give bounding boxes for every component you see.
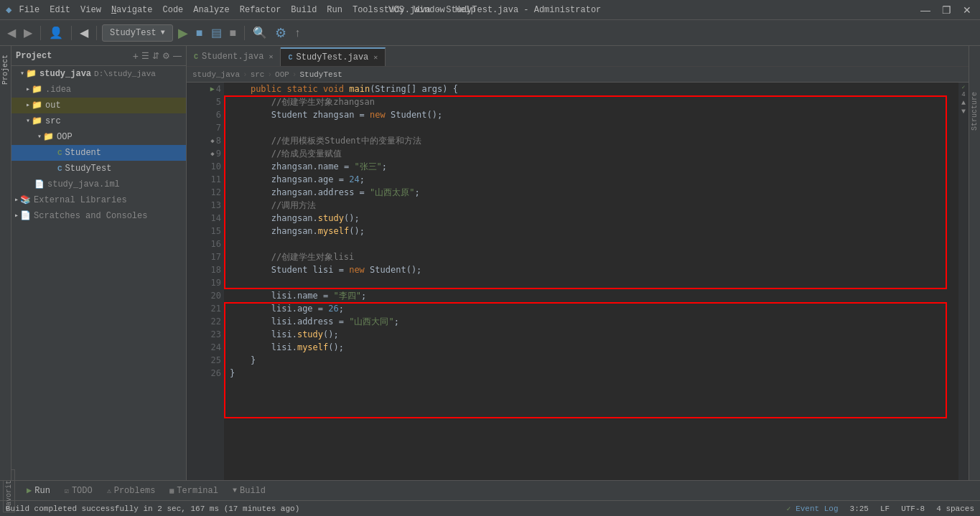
- build-icon: ▼: [233, 487, 237, 494]
- bottom-tab-todo[interactable]: ☑ TODO: [59, 484, 98, 497]
- event-log-link[interactable]: ✓ Event Log: [787, 505, 839, 513]
- breadcrumb-item-src[interactable]: src: [251, 70, 265, 79]
- sidebar-settings-button[interactable]: ⚙: [162, 51, 170, 61]
- code-line-14: zhangsan.study();: [230, 212, 953, 225]
- line-num-10: 10: [211, 160, 221, 173]
- sidebar-add-button[interactable]: +: [133, 50, 139, 62]
- tree-item-src[interactable]: ▾ 📁 src: [11, 113, 186, 129]
- folder-yellow-icon: 📁: [32, 98, 42, 113]
- code-line-26: }: [230, 367, 953, 380]
- expand-icon: ▸: [14, 193, 19, 207]
- sidebar-sort-button[interactable]: ⇵: [152, 51, 159, 61]
- user-icon[interactable]: 👤: [46, 24, 66, 41]
- menu-tools[interactable]: Tools: [348, 4, 383, 17]
- status-bar: Build completed successfully in 2 sec, 1…: [0, 500, 980, 516]
- line-num-9: 9: [216, 147, 221, 160]
- scratch-icon: 📄: [20, 209, 31, 223]
- close-button[interactable]: ✕: [960, 4, 974, 16]
- bottom-tab-build[interactable]: ▼ Build: [227, 484, 271, 497]
- student-file-icon: C: [194, 53, 198, 61]
- project-vert-tab[interactable]: Project: [0, 46, 11, 480]
- breadcrumb-item-studytest[interactable]: StudyTest: [299, 70, 342, 79]
- project-tree: ▾ 📁 study_java D:\study_java ▸ 📁 .idea ▸…: [11, 66, 186, 480]
- menu-view[interactable]: View: [76, 4, 106, 17]
- terminal-icon: ▩: [169, 487, 174, 495]
- coverage-button[interactable]: ▤: [208, 24, 225, 41]
- build-button[interactable]: ■: [193, 25, 206, 41]
- menu-edit[interactable]: Edit: [45, 4, 75, 17]
- search-everywhere-button[interactable]: 🔍: [250, 24, 270, 41]
- bottom-tab-run[interactable]: ▶ Run: [21, 484, 56, 497]
- indent[interactable]: 4 spaces: [936, 505, 974, 513]
- sidebar: Project + ☰ ⇵ ⚙ — ▾ 📁 study_java D:\stud…: [11, 46, 187, 480]
- code-line-6: Student zhangsan = new Student();: [230, 108, 953, 121]
- code-editor[interactable]: ▶ 4 5 6 7 ◆ 8 ◆ 9 10 11 12 13 14: [187, 83, 969, 480]
- menu-navigate[interactable]: Navigate: [107, 4, 157, 17]
- code-line-16: [230, 238, 953, 250]
- sidebar-list-button[interactable]: ☰: [141, 51, 149, 61]
- forward-button[interactable]: ▶: [21, 24, 35, 41]
- expand-icon: ▾: [20, 67, 24, 81]
- tree-item-out[interactable]: ▸ 📁 out: [11, 98, 186, 113]
- code-line-8: //使用模板类Student中的变量和方法: [230, 134, 953, 147]
- sidebar-header: Project + ☰ ⇵ ⚙ —: [11, 46, 186, 66]
- tab-studytest-close-icon[interactable]: ✕: [373, 53, 378, 62]
- tree-item-oop[interactable]: ▾ 📁 OOP: [11, 129, 186, 145]
- tree-item-studytest[interactable]: C StudyTest: [11, 161, 186, 177]
- tree-item-root[interactable]: ▾ 📁 study_java D:\study_java: [11, 66, 186, 82]
- menu-file[interactable]: File: [14, 4, 44, 17]
- code-content[interactable]: public static void main(String[] args) {…: [224, 83, 958, 480]
- tab-student-label: Student.java: [202, 52, 263, 62]
- bottom-tabs-bar: Favorites ▶ Run ☑ TODO ⚠ Problems ▩ Term…: [0, 480, 980, 500]
- encoding[interactable]: UTF-8: [901, 505, 925, 513]
- line-num-21: 21: [211, 302, 221, 315]
- tab-studytest[interactable]: C StudyTest.java ✕: [281, 47, 386, 66]
- breadcrumb-item-project[interactable]: study_java: [192, 70, 240, 79]
- tree-item-ext-libs[interactable]: ▸ 📚 External Libraries: [11, 192, 186, 208]
- code-line-4: public static void main(String[] args) {: [230, 83, 953, 95]
- run-button[interactable]: ▶: [175, 24, 191, 42]
- run-config-dropdown[interactable]: StudyTest ▼: [102, 24, 173, 42]
- line-num-5: 5: [216, 95, 221, 108]
- build-tab-label: Build: [240, 486, 266, 496]
- tree-item-student[interactable]: C Student: [11, 145, 186, 161]
- code-line-22: lisi.address = "山西大同";: [230, 315, 953, 328]
- tree-item-label: src: [45, 114, 61, 128]
- breadcrumb-item-oop[interactable]: OOP: [275, 70, 289, 79]
- navigate-back-button[interactable]: ◀: [77, 24, 91, 41]
- breadcrumb-sep: ›: [243, 70, 248, 79]
- menu-run[interactable]: Run: [322, 4, 347, 17]
- tab-student[interactable]: C Student.java ✕: [187, 47, 281, 66]
- tree-item-scratches[interactable]: ▸ 📄 Scratches and Consoles: [11, 208, 186, 224]
- maximize-button[interactable]: ❐: [939, 4, 954, 16]
- right-gutter-up[interactable]: ▲: [961, 99, 966, 107]
- menu-code[interactable]: Code: [159, 4, 188, 17]
- right-gutter-down[interactable]: ▼: [961, 108, 966, 116]
- line-separator[interactable]: LF: [880, 505, 890, 513]
- code-line-20: lisi.name = "李四";: [230, 289, 953, 302]
- bottom-tab-problems[interactable]: ⚠ Problems: [101, 484, 162, 497]
- line-num-24: 24: [211, 341, 221, 354]
- tree-item-idea[interactable]: ▸ 📁 .idea: [11, 82, 186, 98]
- menu-build[interactable]: Build: [286, 4, 321, 17]
- tree-item-iml[interactable]: 📄 study_java.iml: [11, 177, 186, 192]
- stop-button[interactable]: ■: [227, 25, 240, 41]
- settings-button[interactable]: ⚙: [272, 24, 289, 42]
- tab-studytest-label: StudyTest.java: [296, 52, 368, 62]
- tabs-bar: C Student.java ✕ C StudyTest.java ✕ stud…: [187, 46, 969, 83]
- bookmark-9: ◆: [210, 147, 214, 160]
- menu-refactor[interactable]: Refactor: [235, 4, 286, 17]
- minimize-button[interactable]: —: [918, 4, 933, 16]
- structure-vert-tab[interactable]: Structure: [969, 46, 980, 480]
- tab-close-icon[interactable]: ✕: [269, 52, 273, 61]
- line-num-18: 18: [211, 263, 221, 276]
- code-line-24: lisi.myself();: [230, 341, 953, 354]
- tree-item-label: .idea: [45, 83, 71, 97]
- back-button[interactable]: ◀: [4, 24, 19, 41]
- bottom-tab-terminal[interactable]: ▩ Terminal: [164, 484, 224, 497]
- tree-item-label: OOP: [57, 130, 73, 144]
- folder-icon: 📁: [32, 114, 42, 128]
- update-button[interactable]: ↑: [291, 25, 303, 41]
- sidebar-close-button[interactable]: —: [173, 51, 182, 61]
- menu-analyze[interactable]: Analyze: [189, 4, 233, 17]
